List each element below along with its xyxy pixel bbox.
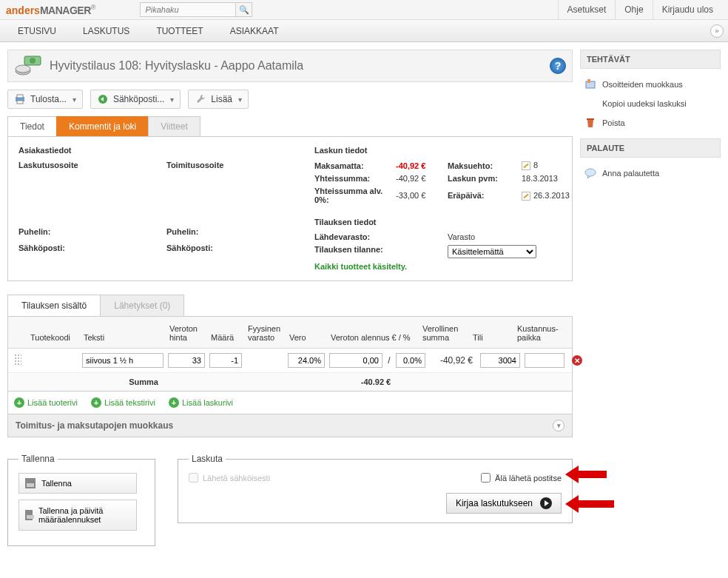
edit-icon [522, 192, 530, 201]
subtab-content[interactable]: Tilauksen sisältö [7, 295, 101, 316]
address-icon [584, 78, 596, 90]
svg-point-1 [16, 65, 30, 73]
invoice-heading: Laskun tiedot [314, 146, 581, 155]
task-delete[interactable]: Poista [583, 113, 718, 132]
col-text: Teksti [82, 333, 164, 342]
nav-billing[interactable]: LASKUTUS [70, 20, 143, 42]
svg-rect-6 [17, 101, 23, 104]
line-item-row: / -40,92 € ✕ [8, 349, 572, 373]
plus-icon: + [91, 397, 101, 408]
status-select[interactable]: Käsittelemättä [448, 245, 536, 258]
send-electronic-checkbox: Lähetä sähköisesti [189, 473, 270, 483]
tab-refs[interactable]: Viitteet [148, 116, 200, 136]
col-cost: Kustannus-paikka [516, 324, 560, 342]
line-vat-input[interactable] [288, 353, 325, 368]
give-feedback[interactable]: Anna palautetta [583, 164, 718, 183]
add-product-row[interactable]: +Lisää tuoterivi [14, 397, 78, 408]
feedback-heading: PALAUTE [580, 138, 721, 158]
line-price-input[interactable] [168, 353, 205, 368]
add-invoice-row[interactable]: +Lisää laskurivi [169, 397, 233, 408]
chevron-down-icon: ▾ [238, 95, 242, 104]
email-label-1: Sähköposti: [18, 243, 141, 252]
svg-rect-5 [17, 95, 23, 98]
chevron-down-icon: ▾ [553, 420, 564, 431]
nav-home[interactable]: ETUSIVU [4, 20, 70, 42]
logo: andersMANAGER® [6, 4, 95, 16]
col-code: Tuotekoodi [29, 333, 78, 342]
shipping-address-label: Toimitusosoite [166, 161, 289, 169]
line-account-input[interactable] [480, 353, 520, 368]
annotation-arrow-icon [565, 495, 614, 513]
due-value[interactable]: 26.3.2013 [522, 191, 581, 201]
save-button[interactable]: Tallenna [18, 473, 137, 494]
task-copy-invoice[interactable]: Kopioi uudeksi laskuksi [583, 94, 718, 113]
collapse-title: Toimitus- ja maksutapojen muokkaus [16, 420, 173, 431]
logout-link[interactable]: Kirjaudu ulos [653, 0, 722, 19]
phone-label-1: Puhelin: [18, 227, 141, 236]
col-disc: Veroton alennus € / % [329, 333, 417, 342]
tab-info[interactable]: Tiedot [7, 116, 57, 136]
unpaid-label: Maksamatta: [314, 161, 396, 170]
due-label: Eräpäivä: [448, 191, 522, 200]
total0-label: Yhteissumma alv. 0%: [314, 186, 396, 204]
print-button[interactable]: Tulosta... ▾ [7, 90, 83, 109]
search-button[interactable]: 🔍 [236, 2, 252, 17]
nav-customers[interactable]: ASIAKKAAT [217, 20, 292, 42]
warehouse-label: Lähdevarasto: [314, 232, 448, 241]
edit-icon [522, 161, 530, 170]
total-value: -40,92 € [396, 174, 448, 183]
chevron-down-icon: ▾ [73, 95, 76, 104]
search-input[interactable] [140, 2, 236, 17]
drag-handle-icon[interactable] [14, 354, 21, 366]
email-button[interactable]: Sähköposti... ▾ [90, 90, 181, 109]
line-total: -40,92 € [430, 355, 476, 366]
book-invoice-button[interactable]: Kirjaa laskutukseen [446, 493, 562, 514]
total0-value: -33,00 € [396, 191, 448, 200]
no-post-checkbox[interactable]: Älä lähetä postitse [481, 473, 562, 483]
subtab-shipments[interactable]: Lähetykset (0) [100, 295, 184, 316]
nav-products[interactable]: TUOTTEET [143, 20, 216, 42]
unpaid-value: -40,92 € [396, 161, 448, 170]
line-costcenter-input[interactable] [525, 353, 564, 368]
speech-bubble-icon [584, 167, 596, 179]
line-text-input[interactable] [82, 353, 164, 368]
delivery-payment-collapse[interactable]: Toimitus- ja maksutapojen muokkaus ▾ [7, 414, 573, 437]
task-edit-addresses[interactable]: Osoitteiden muokkaus [583, 75, 718, 94]
sum-label: Summa [14, 377, 273, 386]
svg-point-11 [585, 169, 596, 176]
warehouse-value: Varasto [448, 232, 475, 241]
invoice-legend: Laskuta [189, 454, 226, 464]
tab-comments[interactable]: Kommentit ja loki [56, 116, 149, 136]
printer-icon [14, 93, 26, 105]
svg-rect-9 [587, 79, 590, 83]
settings-link[interactable]: Asetukset [558, 0, 616, 19]
col-vat: Vero [288, 333, 325, 342]
nav-more-icon[interactable]: » [710, 24, 724, 38]
save-legend: Tallenna [18, 454, 58, 464]
copy-icon [584, 98, 596, 110]
email-label: Sähköposti... [113, 94, 164, 104]
billing-address-label: Laskutusosoite [18, 161, 141, 169]
save-update-button[interactable]: Tallenna ja päivitä määräalennukset [18, 500, 137, 531]
delete-row-icon[interactable]: ✕ [572, 355, 582, 366]
more-button[interactable]: Lisää ▾ [188, 90, 249, 109]
help-link[interactable]: Ohje [615, 0, 652, 19]
disk-icon [25, 478, 36, 488]
line-qty-input[interactable] [209, 353, 242, 368]
more-label: Lisää [211, 94, 232, 104]
svg-point-3 [30, 58, 36, 64]
email-label-2: Sähköposti: [166, 243, 289, 252]
customer-heading: Asiakastiedot [18, 146, 292, 155]
plus-icon: + [169, 397, 179, 408]
col-line: Verollinen summa [421, 324, 467, 342]
trash-icon [584, 117, 596, 129]
add-text-row[interactable]: +Lisää tekstirivi [91, 397, 155, 408]
line-disc-eur-input[interactable] [329, 353, 382, 368]
help-icon[interactable]: ? [550, 58, 566, 74]
wrench-icon [195, 93, 206, 105]
sum-value: -40.92 € [273, 377, 479, 386]
email-icon [97, 93, 109, 105]
line-disc-pct-input[interactable] [396, 353, 425, 368]
money-icon [14, 53, 44, 78]
terms-value[interactable]: 8 [522, 161, 581, 170]
